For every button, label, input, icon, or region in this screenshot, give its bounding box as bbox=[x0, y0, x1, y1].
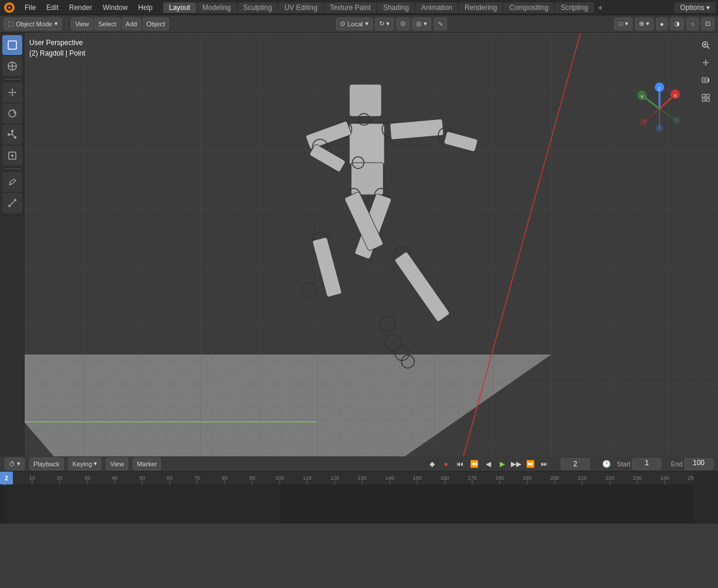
snap-btn[interactable]: ⊙ bbox=[396, 18, 410, 30]
svg-text:40: 40 bbox=[112, 475, 118, 481]
keying-menu[interactable]: Keying ▾ bbox=[68, 458, 102, 470]
right-nav bbox=[698, 37, 713, 105]
viewport-shading-rendered[interactable]: ○ bbox=[686, 18, 699, 30]
prop-chevron: ▾ bbox=[424, 20, 427, 27]
start-frame-input[interactable]: 1 bbox=[632, 458, 661, 470]
prev-keyframe-btn[interactable]: ⏪ bbox=[468, 458, 480, 470]
tool-select[interactable] bbox=[2, 35, 22, 55]
view-menu[interactable]: View bbox=[71, 18, 93, 30]
svg-point-17 bbox=[14, 136, 16, 139]
tool-sep1 bbox=[4, 79, 20, 80]
tab-scripting[interactable]: Scripting bbox=[555, 2, 594, 13]
timeline-area-selector[interactable]: ⏱ ▾ bbox=[5, 458, 25, 470]
svg-text:110: 110 bbox=[303, 475, 311, 481]
mode-label: Object Mode bbox=[16, 20, 52, 27]
svg-point-83 bbox=[656, 125, 663, 132]
tool-move[interactable] bbox=[2, 82, 22, 102]
proportional-btn[interactable]: ◎ ▾ bbox=[412, 18, 431, 30]
tab-modeling[interactable]: Modeling bbox=[197, 2, 237, 13]
timeline-controls: ◆ ● ⏮ ⏪ ◀ ▶ ▶▶ ⏩ ⏭ bbox=[426, 458, 550, 470]
pivot-chevron: ▾ bbox=[386, 20, 390, 27]
svg-text:Z: Z bbox=[658, 86, 661, 91]
tab-uv-editing[interactable]: UV Editing bbox=[279, 2, 324, 13]
keyframe-icon-btn[interactable]: ◆ bbox=[426, 458, 438, 470]
extra-btn[interactable]: ∿ bbox=[434, 18, 447, 30]
svg-text:120: 120 bbox=[330, 475, 339, 481]
viewport-3d[interactable]: User Perspective (2) Ragdoll | Point bbox=[25, 33, 718, 456]
nav-camera[interactable] bbox=[698, 73, 713, 88]
nav-pan[interactable] bbox=[698, 55, 713, 70]
object-menu[interactable]: Object bbox=[142, 18, 169, 30]
menu-window[interactable]: Window bbox=[98, 2, 132, 13]
orientation-gizmo[interactable]: Z X Y bbox=[633, 82, 686, 135]
svg-point-87 bbox=[673, 117, 680, 124]
sep1 bbox=[66, 18, 67, 30]
tool-scale[interactable] bbox=[2, 125, 22, 145]
menu-file[interactable]: File bbox=[20, 2, 40, 13]
tool-rotate[interactable] bbox=[2, 104, 22, 123]
tab-shading[interactable]: Shading bbox=[377, 2, 415, 13]
select-menu[interactable]: Select bbox=[94, 18, 121, 30]
nav-zoom[interactable] bbox=[698, 37, 713, 53]
record-btn[interactable]: ● bbox=[440, 458, 452, 470]
start-frame-group: Start 1 bbox=[617, 458, 661, 470]
viewport-shading-material[interactable]: ◑ bbox=[670, 18, 684, 30]
svg-text:Y: Y bbox=[640, 94, 644, 99]
tab-layout[interactable]: Layout bbox=[163, 2, 196, 13]
svg-point-68 bbox=[704, 79, 706, 81]
svg-point-16 bbox=[11, 130, 13, 132]
tool-transform[interactable] bbox=[2, 146, 22, 166]
tab-compositing[interactable]: Compositing bbox=[503, 2, 554, 13]
right-toolbar: ⬭ ▾ ⊕ ▾ ● ◑ ○ ⊡ bbox=[614, 18, 714, 30]
tool-measure[interactable] bbox=[2, 193, 22, 213]
svg-text:150: 150 bbox=[413, 475, 421, 481]
svg-point-2 bbox=[8, 6, 11, 9]
tab-rendering[interactable]: Rendering bbox=[459, 2, 503, 13]
tab-sculpting[interactable]: Sculpting bbox=[238, 2, 278, 13]
timeline-view-menu[interactable]: View bbox=[106, 458, 128, 470]
viewport-shading-wireframe[interactable]: ⊡ bbox=[701, 18, 714, 30]
time-icon: 🕐 bbox=[600, 458, 612, 470]
nav-grid[interactable] bbox=[698, 90, 713, 105]
menu-help[interactable]: Help bbox=[133, 2, 157, 13]
pivot-btn[interactable]: ↻ ▾ bbox=[375, 18, 394, 30]
center-toolbar: ⊙ Local ▾ ↻ ▾ ⊙ ◎ ▾ ∿ bbox=[171, 18, 611, 30]
playback-menu[interactable]: Playback bbox=[29, 458, 64, 470]
marker-menu[interactable]: Marker bbox=[133, 458, 161, 470]
timeline-header: ⏱ ▾ Playback Keying ▾ View Marker ◆ ● ⏮ … bbox=[0, 456, 718, 472]
play-btn[interactable]: ▶ bbox=[496, 458, 508, 470]
menu-render[interactable]: Render bbox=[64, 2, 97, 13]
tab-texture-paint[interactable]: Texture Paint bbox=[324, 2, 377, 13]
menu-edit[interactable]: Edit bbox=[42, 2, 63, 13]
tab-animation[interactable]: Animation bbox=[415, 2, 458, 13]
viewport-shading-solid[interactable]: ● bbox=[656, 18, 668, 30]
pivot-icon: ↻ bbox=[379, 20, 384, 27]
svg-rect-4 bbox=[9, 42, 12, 44]
top-menu-bar: File Edit Render Window Help Layout Mode… bbox=[0, 0, 718, 15]
gizmo-btn[interactable]: ⊕ ▾ bbox=[635, 18, 654, 30]
end-frame-input[interactable]: 100 bbox=[684, 458, 713, 470]
options-button[interactable]: Options ▾ bbox=[674, 2, 716, 13]
tool-annotate[interactable] bbox=[2, 172, 22, 192]
jump-end-btn[interactable]: ⏭ bbox=[538, 458, 550, 470]
svg-rect-66 bbox=[702, 78, 708, 82]
overlay-btn[interactable]: ⬭ ▾ bbox=[614, 18, 633, 30]
header-toolbar: ⬚ Object Mode ▾ View Select Add Object ⊙… bbox=[0, 15, 718, 33]
transform-space[interactable]: ⊙ Local ▾ bbox=[336, 18, 373, 30]
jump-start-btn[interactable]: ⏮ bbox=[454, 458, 466, 470]
current-frame-input[interactable]: 2 bbox=[561, 458, 590, 470]
svg-text:60: 60 bbox=[167, 475, 173, 481]
mode-selector[interactable]: ⬚ Object Mode ▾ bbox=[4, 18, 62, 30]
svg-text:20: 20 bbox=[57, 475, 63, 481]
tool-cursor[interactable] bbox=[2, 56, 22, 76]
add-menu[interactable]: Add bbox=[122, 18, 142, 30]
svg-rect-69 bbox=[702, 94, 705, 97]
end-label: End bbox=[671, 460, 682, 467]
prev-frame-btn[interactable]: ◀ bbox=[482, 458, 494, 470]
next-keyframe-btn[interactable]: ⏩ bbox=[524, 458, 536, 470]
keying-label: Keying bbox=[73, 460, 92, 467]
prop-icon: ◎ bbox=[416, 20, 422, 27]
add-workspace-button[interactable]: + bbox=[595, 2, 606, 13]
next-frame-btn[interactable]: ▶▶ bbox=[510, 458, 522, 470]
svg-text:2: 2 bbox=[5, 475, 8, 482]
